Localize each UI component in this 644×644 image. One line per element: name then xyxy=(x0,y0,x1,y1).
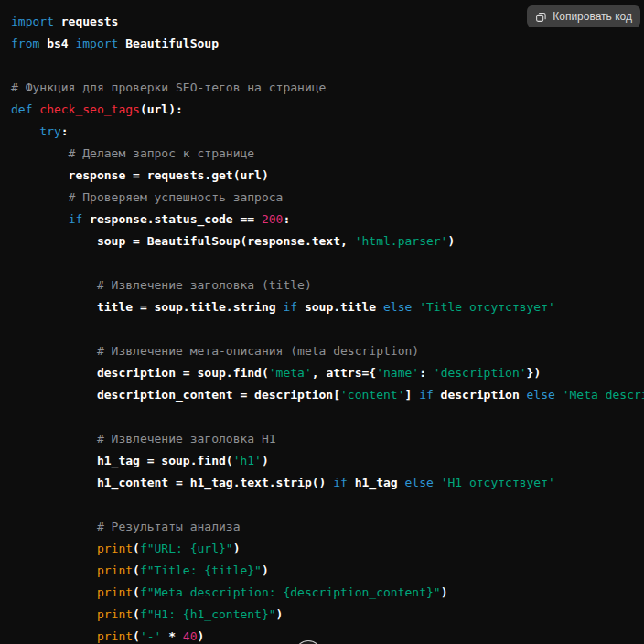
code-line: if response.status_code == 200: xyxy=(11,209,644,231)
code-line: # Извлечение мета-описания (meta descrip… xyxy=(11,340,644,362)
code-line: print(f"Meta description: {description_c… xyxy=(11,582,644,604)
code-line: # Результаты анализа xyxy=(11,516,644,538)
code-line: description_content = description['conte… xyxy=(11,384,644,406)
code-line: # Делаем запрос к странице xyxy=(11,143,644,165)
code-line: print(f"Title: {title}") xyxy=(11,560,644,582)
code-area: import requestsfrom bs4 import Beautiful… xyxy=(0,0,644,644)
code-block: Копировать код import requestsfrom bs4 i… xyxy=(0,0,644,644)
code-line: print('-' * 40) xyxy=(11,626,644,644)
code-line: h1_tag = soup.find('h1') xyxy=(11,450,644,472)
code-line: # Извлечение заголовка H1 xyxy=(11,428,644,450)
code-line: h1_content = h1_tag.text.strip() if h1_t… xyxy=(11,472,644,494)
code-line: print(f"H1: {h1_content}") xyxy=(11,604,644,626)
code-line: soup = BeautifulSoup(response.text, 'htm… xyxy=(11,231,644,252)
copy-button-label: Копировать код xyxy=(553,10,632,23)
code-line xyxy=(11,406,644,428)
code-line: response = requests.get(url) xyxy=(11,165,644,187)
copy-code-button[interactable]: Копировать код xyxy=(527,5,640,27)
code-line xyxy=(11,55,644,77)
code-line: from bs4 import BeautifulSoup xyxy=(11,33,644,55)
code-line xyxy=(11,494,644,516)
code-line: # Функция для проверки SEO-тегов на стра… xyxy=(11,77,644,99)
chat-code-screenshot: { "copy_button": { "label": "Копировать … xyxy=(0,0,644,644)
code-line xyxy=(11,318,644,340)
code-line: description = soup.find('meta', attrs={'… xyxy=(11,362,644,384)
code-line: # Извлечение заголовка (title) xyxy=(11,274,644,296)
code-line: title = soup.title.string if soup.title … xyxy=(11,296,644,318)
code-line xyxy=(11,252,644,274)
copy-icon xyxy=(535,11,547,23)
code-line: print(f"URL: {url}") xyxy=(11,538,644,560)
code-line: def check_seo_tags(url): xyxy=(11,99,644,121)
code-line: # Проверяем успешность запроса xyxy=(11,187,644,209)
code-line: try: xyxy=(11,121,644,143)
